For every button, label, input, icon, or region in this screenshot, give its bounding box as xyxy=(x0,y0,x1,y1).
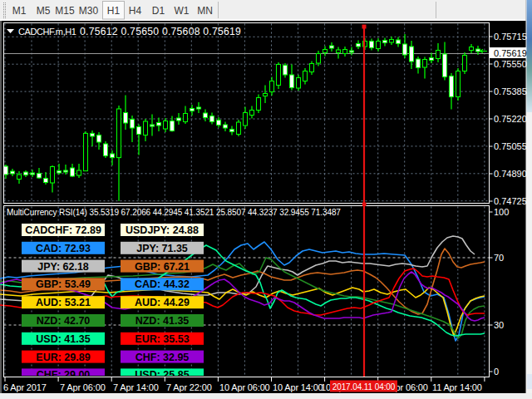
svg-text:GBP: 67.21: GBP: 67.21 xyxy=(135,261,190,273)
svg-text:0.75055: 0.75055 xyxy=(494,141,527,151)
svg-text:0.75220: 0.75220 xyxy=(494,114,527,124)
svg-text:M5: M5 xyxy=(37,5,51,17)
svg-text:7 Apr 06:00: 7 Apr 06:00 xyxy=(60,382,106,392)
svg-text:10 Apr 14:00: 10 Apr 14:00 xyxy=(273,382,323,392)
svg-text:11 Apr 14:00: 11 Apr 14:00 xyxy=(432,382,482,392)
svg-text:NZD: 42.70: NZD: 42.70 xyxy=(37,315,91,327)
svg-text:AUD: 44.29: AUD: 44.29 xyxy=(135,297,190,308)
svg-text:M1: M1 xyxy=(12,5,27,17)
svg-text:2017.04.11 04:00: 2017.04.11 04:00 xyxy=(332,382,396,392)
svg-text:D1: D1 xyxy=(152,5,165,17)
svg-text:0.75550: 0.75550 xyxy=(494,59,527,69)
svg-text:EUR: 35.53: EUR: 35.53 xyxy=(135,333,189,345)
svg-text:7 Apr 22:00: 7 Apr 22:00 xyxy=(166,382,212,392)
svg-text:M15: M15 xyxy=(55,5,75,17)
svg-text:100: 100 xyxy=(494,207,509,217)
svg-text:MultiCurrency RSI(14) 35.5319: MultiCurrency RSI(14) 35.5319 67.2066 44… xyxy=(7,208,341,217)
svg-text:CADCHF: 72.89: CADCHF: 72.89 xyxy=(25,224,101,236)
svg-text:NZD: 41.35: NZD: 41.35 xyxy=(135,315,190,327)
svg-text:0: 0 xyxy=(494,367,499,377)
svg-text:EUR: 29.89: EUR: 29.89 xyxy=(36,352,90,363)
svg-text:0.75385: 0.75385 xyxy=(494,86,527,96)
svg-text:0.74725: 0.74725 xyxy=(494,196,527,206)
svg-text:10 Apr 06:00: 10 Apr 06:00 xyxy=(219,382,270,392)
svg-text:JPY: 62.18: JPY: 62.18 xyxy=(37,261,89,273)
svg-text:70: 70 xyxy=(494,253,504,263)
svg-text:0.75715: 0.75715 xyxy=(494,32,527,42)
svg-text:0.75612 0.75650 0.75608 0.7561: 0.75612 0.75650 0.75608 0.75619 xyxy=(80,26,241,37)
svg-text:CHF: 32.95: CHF: 32.95 xyxy=(135,352,190,363)
svg-text:0.75619: 0.75619 xyxy=(494,48,527,58)
svg-text:MN: MN xyxy=(197,5,213,17)
svg-text:CADCHF.m,H1: CADCHF.m,H1 xyxy=(18,27,76,37)
svg-text:AUD: 53.21: AUD: 53.21 xyxy=(36,297,91,308)
svg-text:0.74890: 0.74890 xyxy=(494,169,527,179)
svg-text:M30: M30 xyxy=(79,5,99,17)
svg-text:USDJPY: 24.88: USDJPY: 24.88 xyxy=(126,224,199,236)
svg-text:6 Apr 2017: 6 Apr 2017 xyxy=(3,382,47,392)
svg-text:H1: H1 xyxy=(107,5,121,17)
svg-text:7 Apr 14:00: 7 Apr 14:00 xyxy=(113,382,159,392)
svg-text:W1: W1 xyxy=(175,5,190,17)
svg-text:30: 30 xyxy=(494,320,504,330)
svg-text:GBP: 53.49: GBP: 53.49 xyxy=(36,278,91,290)
svg-text:CAD: 72.93: CAD: 72.93 xyxy=(36,243,91,254)
svg-text:USD: 41.35: USD: 41.35 xyxy=(36,333,90,345)
svg-text:JPY: 71.35: JPY: 71.35 xyxy=(136,243,188,254)
svg-text:CAD: 44.32: CAD: 44.32 xyxy=(135,278,190,290)
svg-text:H4: H4 xyxy=(129,5,142,17)
